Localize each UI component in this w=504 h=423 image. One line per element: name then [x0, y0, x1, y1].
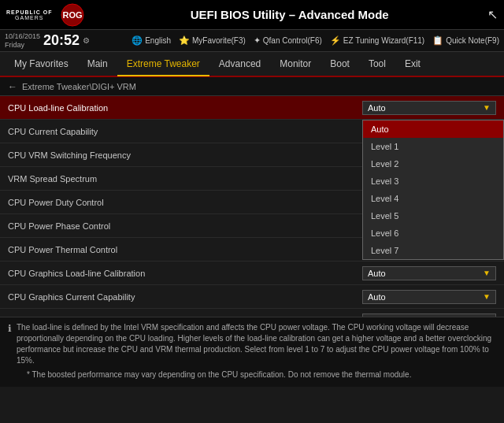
tab-exit[interactable]: Exit: [395, 52, 430, 76]
dropdown-value: Auto: [368, 269, 386, 278]
setting-value: Auto ▼: [362, 266, 496, 280]
setting-value: Auto ▼: [362, 101, 496, 115]
cpu-gfx-current-dropdown[interactable]: Auto ▼: [362, 290, 496, 304]
setting-name: CPU Current Capability: [8, 127, 362, 136]
note-icon: 📋: [432, 35, 443, 46]
toolbar-qfan-label: Qfan Control(F6): [263, 36, 322, 45]
tab-main[interactable]: Main: [78, 52, 117, 76]
tab-extreme-tweaker[interactable]: Extreme Tweaker: [117, 53, 209, 76]
tune-icon: ⚡: [330, 35, 341, 46]
globe-icon: 🌐: [132, 35, 143, 46]
breadcrumb-text: Extreme Tweaker\DIGI+ VRM: [22, 82, 136, 91]
loadline-dropdown-overlay: Auto Level 1 Level 2 Level 3 Level 4 Lev…: [362, 120, 504, 260]
dropdown-arrow-icon: ▼: [483, 269, 491, 277]
rog-logo: REPUBLIC OF GAMERS: [6, 9, 52, 20]
dropdown-value: Auto: [368, 316, 386, 317]
dropdown-option-auto[interactable]: Auto: [363, 121, 503, 138]
star-icon: ⭐: [179, 35, 190, 46]
date-day: 10/16/2015 Friday: [5, 32, 40, 50]
logo-line2: GAMERS: [15, 15, 43, 20]
toolbar-qfan[interactable]: ✦ Qfan Control(F6): [254, 35, 322, 46]
toolbar-language[interactable]: 🌐 English: [132, 35, 171, 46]
setting-name: CPU Power Phase Control: [8, 221, 362, 231]
toolbar-myfavorite-label: MyFavorite(F3): [192, 36, 246, 45]
tab-myfavorites[interactable]: My Favorites: [5, 52, 78, 76]
cpu-gfx-loadline-dropdown[interactable]: Auto ▼: [362, 266, 496, 280]
dropdown-arrow-icon: ▼: [483, 316, 491, 317]
setting-value: Auto ▼: [362, 314, 496, 317]
toolbar-quicknote[interactable]: 📋 Quick Note(F9): [432, 35, 499, 46]
toolbar-quicknote-label: Quick Note(F9): [446, 36, 499, 45]
toolbar: 10/16/2015 Friday 20:52 ⚙ 🌐 English ⭐ My…: [0, 30, 504, 52]
tab-advanced[interactable]: Advanced: [209, 52, 270, 76]
setting-name: CPU Load-line Calibration: [8, 103, 362, 113]
dropdown-option-level1[interactable]: Level 1: [363, 138, 503, 155]
table-row: CPU Graphics Switching Frequency Auto ▼: [0, 309, 504, 317]
setting-value: Auto ▼: [362, 290, 496, 304]
fan-icon: ✦: [254, 35, 261, 46]
cursor-icon: ↖: [487, 7, 498, 22]
tab-boot[interactable]: Boot: [321, 52, 359, 76]
cpu-gfx-switch-freq-dropdown[interactable]: Auto ▼: [362, 314, 496, 317]
setting-name: VRM Spread Spectrum: [8, 174, 362, 184]
bottom-info: ℹ The load-line is defined by the Intel …: [0, 317, 504, 387]
dropdown-option-level6[interactable]: Level 6: [363, 224, 503, 242]
cpu-loadline-dropdown[interactable]: Auto ▼: [362, 101, 496, 115]
table-row: CPU Graphics Current Capability Auto ▼: [0, 285, 504, 309]
breadcrumb: ← Extreme Tweaker\DIGI+ VRM: [0, 77, 504, 96]
toolbar-language-label: English: [145, 36, 171, 45]
dropdown-option-level5[interactable]: Level 5: [363, 207, 503, 224]
info-icon: ℹ: [8, 323, 12, 366]
toolbar-eztuning-label: EZ Tuning Wizard(F11): [343, 36, 424, 45]
main-content: CPU Load-line Calibration Auto ▼ CPU Cur…: [0, 96, 504, 317]
info-description: The load-line is defined by the Intel VR…: [17, 322, 496, 366]
info-note-row: * The boosted performance may vary depen…: [8, 369, 496, 380]
time-display: 20:52: [43, 32, 80, 49]
header-bar: REPUBLIC OF GAMERS ROG UEFI BIOS Utility…: [0, 0, 504, 30]
info-note: * The boosted performance may vary depen…: [27, 369, 411, 380]
info-spacer: [8, 369, 22, 380]
dropdown-option-level4[interactable]: Level 4: [363, 190, 503, 207]
setting-name: CPU Graphics Switching Frequency: [8, 316, 362, 317]
dropdown-arrow-icon: ▼: [483, 103, 491, 112]
toolbar-eztuning[interactable]: ⚡ EZ Tuning Wizard(F11): [330, 35, 424, 46]
toolbar-myfavorite[interactable]: ⭐ MyFavorite(F3): [179, 35, 246, 46]
time-section: 10/16/2015 Friday 20:52 ⚙: [5, 32, 90, 50]
svg-text:ROG: ROG: [63, 10, 83, 20]
setting-name: CPU Power Duty Control: [8, 198, 362, 207]
dropdown-value: Auto: [368, 103, 386, 113]
day: Friday: [5, 41, 40, 50]
table-row: CPU Load-line Calibration Auto ▼: [0, 96, 504, 120]
rog-icon: ROG: [60, 2, 85, 28]
table-row: CPU Graphics Load-line Calibration Auto …: [0, 262, 504, 285]
setting-name: CPU Graphics Current Capability: [8, 292, 362, 302]
date: 10/16/2015: [5, 32, 40, 41]
dropdown-value: Auto: [368, 292, 386, 302]
settings-gear-icon[interactable]: ⚙: [83, 36, 90, 45]
tab-tool[interactable]: Tool: [359, 52, 395, 76]
dropdown-option-level7[interactable]: Level 7: [363, 242, 503, 259]
info-row: ℹ The load-line is defined by the Intel …: [8, 322, 496, 366]
setting-name: CPU VRM Switching Frequency: [8, 150, 362, 160]
setting-name: CPU Power Thermal Control: [8, 245, 362, 254]
back-arrow-icon[interactable]: ←: [8, 81, 17, 92]
toolbar-items: 🌐 English ⭐ MyFavorite(F3) ✦ Qfan Contro…: [99, 35, 499, 46]
dropdown-option-level2[interactable]: Level 2: [363, 155, 503, 173]
logo-line1: REPUBLIC OF: [6, 9, 52, 15]
setting-name: CPU Graphics Load-line Calibration: [8, 269, 362, 278]
bios-title: UEFI BIOS Utility – Advanced Mode: [91, 8, 487, 21]
dropdown-arrow-icon: ▼: [483, 292, 491, 301]
tab-monitor[interactable]: Monitor: [270, 52, 321, 76]
dropdown-option-level3[interactable]: Level 3: [363, 173, 503, 190]
nav-tabs: My Favorites Main Extreme Tweaker Advanc…: [0, 52, 504, 77]
